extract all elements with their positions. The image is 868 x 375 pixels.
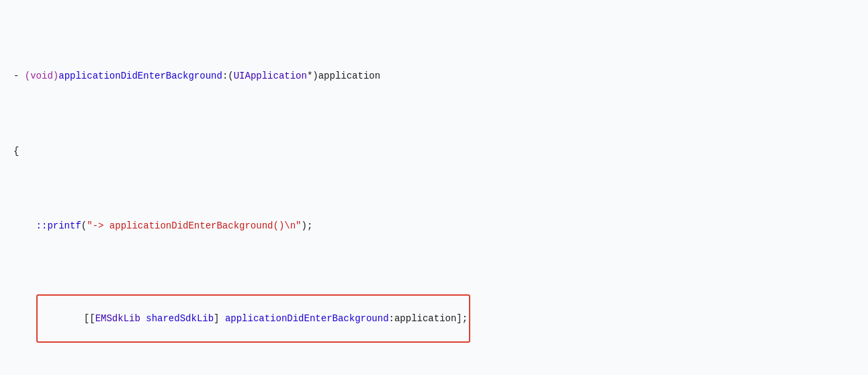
highlighted-call-1: [[EMSdkLib sharedSdkLib] applicationDidE… <box>36 294 471 342</box>
code-viewer: - (void)applicationDidEnterBackground:(U… <box>0 0 868 375</box>
line-emsdklib-1: [[EMSdkLib sharedSdkLib] applicationDidE… <box>13 294 855 343</box>
line-separator-1: - (void)applicationDidEnterBackground:(U… <box>13 69 855 83</box>
line-printf-1: ::printf("-> applicationDidEnterBackgrou… <box>13 218 855 233</box>
line-brace-open-1: { <box>13 144 855 159</box>
code-block: - (void)applicationDidEnterBackground:(U… <box>0 7 868 375</box>
